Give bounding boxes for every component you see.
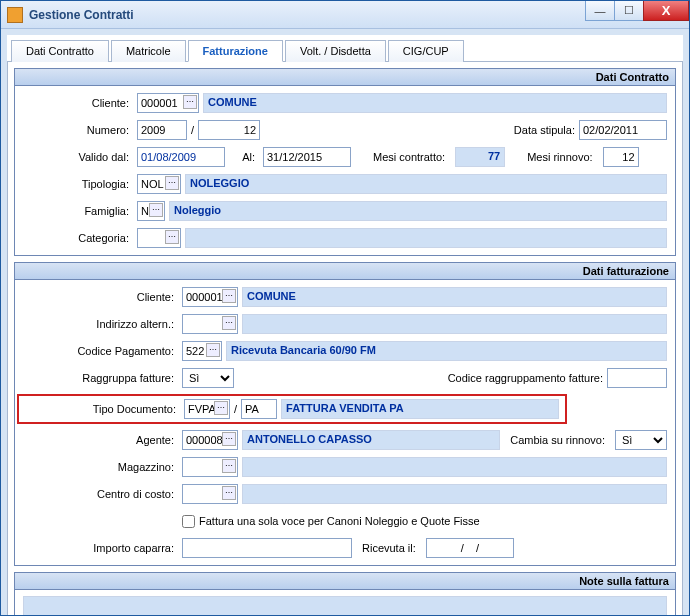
slash-sep2: / <box>234 403 237 415</box>
label-ricevuta-il: Ricevuta il: <box>356 542 422 554</box>
magazzino-name-display <box>242 457 667 477</box>
centro-costo-lookup-icon[interactable]: ⋯ <box>222 486 236 500</box>
label-indirizzo-altern: Indirizzo altern.: <box>23 318 178 330</box>
fattura-sola-voce-checkbox[interactable] <box>182 515 195 528</box>
centro-costo-name-display <box>242 484 667 504</box>
close-button[interactable]: X <box>643 1 689 21</box>
label-agente: Agente: <box>23 434 178 446</box>
pagamento-name-display: Ricevuta Bancaria 60/90 FM <box>226 341 667 361</box>
data-stipula-input[interactable] <box>579 120 667 140</box>
cliente-name-display: COMUNE <box>203 93 667 113</box>
indirizzo-name-display <box>242 314 667 334</box>
label-fatt-cliente: Cliente: <box>23 291 178 303</box>
label-importo-caparra: Importo caparra: <box>23 542 178 554</box>
pagamento-lookup-icon[interactable]: ⋯ <box>206 343 220 357</box>
app-window: Gestione Contratti — ☐ X Dati Contratto … <box>0 0 690 616</box>
window-body: Dati Contratto Matricole Fatturazione Vo… <box>1 29 689 616</box>
tipo-doc-lookup-icon[interactable]: ⋯ <box>214 401 228 415</box>
raggruppa-select[interactable]: Sì <box>182 368 234 388</box>
label-data-stipula: Data stipula: <box>514 124 575 136</box>
label-centro-costo: Centro di costo: <box>23 488 178 500</box>
label-raggruppa: Raggruppa fatture: <box>23 372 178 384</box>
label-fattura-sola-voce: Fattura una sola voce per Canoni Noleggi… <box>199 515 480 527</box>
section-note-fattura: Note sulla fattura <box>14 572 676 616</box>
label-cambia-rinnovo: Cambia su rinnovo: <box>504 434 611 446</box>
agente-name-display: ANTONELLO CAPASSO <box>242 430 500 450</box>
window-buttons: — ☐ X <box>586 1 689 21</box>
window-title: Gestione Contratti <box>29 8 134 22</box>
label-magazzino: Magazzino: <box>23 461 178 473</box>
label-tipo-documento: Tipo Documento: <box>25 403 180 415</box>
mesi-contratto-display: 77 <box>455 147 505 167</box>
section-dati-fatturazione: Dati fatturazione Cliente: ⋯ COMUNE Indi… <box>14 262 676 566</box>
al-input[interactable] <box>263 147 351 167</box>
tab-fatturazione[interactable]: Fatturazione <box>188 40 283 62</box>
label-tipologia: Tipologia: <box>23 178 133 190</box>
cliente-lookup-icon[interactable]: ⋯ <box>183 95 197 109</box>
ricevuta-il-input[interactable] <box>426 538 514 558</box>
label-famiglia: Famiglia: <box>23 205 133 217</box>
label-mesi-rinnovo: Mesi rinnovo: <box>509 151 598 163</box>
section-header-note: Note sulla fattura <box>15 573 675 590</box>
categoria-lookup-icon[interactable]: ⋯ <box>165 230 179 244</box>
label-valido-dal: Valido dal: <box>23 151 133 163</box>
tab-dati-contratto[interactable]: Dati Contratto <box>11 40 109 62</box>
magazzino-lookup-icon[interactable]: ⋯ <box>222 459 236 473</box>
tipologia-name-display: NOLEGGIO <box>185 174 667 194</box>
tab-content: Dati Contratto Cliente: ⋯ COMUNE Numero:… <box>7 62 683 616</box>
tipo-doc-name-display: FATTURA VENDITA PA <box>281 399 559 419</box>
fatt-cliente-lookup-icon[interactable]: ⋯ <box>222 289 236 303</box>
tab-bar: Dati Contratto Matricole Fatturazione Vo… <box>7 35 683 62</box>
tipologia-lookup-icon[interactable]: ⋯ <box>165 176 179 190</box>
mesi-rinnovo-input[interactable] <box>603 147 639 167</box>
slash-sep: / <box>191 124 194 136</box>
app-icon <box>7 7 23 23</box>
label-al: Al: <box>229 151 259 163</box>
label-cliente: Cliente: <box>23 97 133 109</box>
section-dati-contratto: Dati Contratto Cliente: ⋯ COMUNE Numero:… <box>14 68 676 256</box>
label-mesi-contratto: Mesi contratto: <box>355 151 451 163</box>
fatt-cliente-name-display: COMUNE <box>242 287 667 307</box>
importo-caparra-input[interactable] <box>182 538 352 558</box>
categoria-name-display <box>185 228 667 248</box>
section-header-fatturazione: Dati fatturazione <box>15 263 675 280</box>
indirizzo-lookup-icon[interactable]: ⋯ <box>222 316 236 330</box>
note-textarea[interactable] <box>23 596 667 616</box>
cambia-rinnovo-select[interactable]: Sì <box>615 430 667 450</box>
label-numero: Numero: <box>23 124 133 136</box>
codice-ragg-input[interactable] <box>607 368 667 388</box>
label-codice-ragg: Codice raggruppamento fatture: <box>448 372 603 384</box>
tab-cig-cup[interactable]: CIG/CUP <box>388 40 464 62</box>
agente-lookup-icon[interactable]: ⋯ <box>222 432 236 446</box>
section-header-contratto: Dati Contratto <box>15 69 675 86</box>
valido-dal-input[interactable] <box>137 147 225 167</box>
tipo-doc-sub-input[interactable] <box>241 399 277 419</box>
titlebar[interactable]: Gestione Contratti — ☐ X <box>1 1 689 29</box>
numero-anno-input[interactable] <box>137 120 187 140</box>
famiglia-name-display: Noleggio <box>169 201 667 221</box>
numero-seq-input[interactable] <box>198 120 260 140</box>
label-categoria: Categoria: <box>23 232 133 244</box>
maximize-button[interactable]: ☐ <box>614 1 644 21</box>
famiglia-lookup-icon[interactable]: ⋯ <box>149 203 163 217</box>
tab-matricole[interactable]: Matricole <box>111 40 186 62</box>
tab-volt-disdetta[interactable]: Volt. / Disdetta <box>285 40 386 62</box>
label-codice-pagamento: Codice Pagamento: <box>23 345 178 357</box>
minimize-button[interactable]: — <box>585 1 615 21</box>
